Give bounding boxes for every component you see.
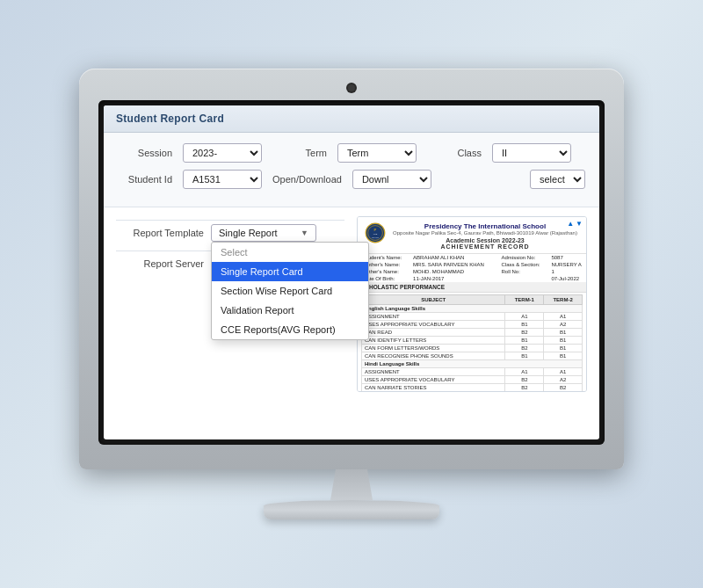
main-area: Report Template Single Report ▼ Select S… [104, 207, 599, 401]
session-label: Session [118, 148, 172, 158]
dropdown-item-section-wise[interactable]: Section Wise Report Card [212, 281, 368, 301]
t2-cell: B1 [544, 352, 583, 360]
table-row: CAN FORM LETTERS/WORDS B2 B1 [362, 345, 583, 352]
table-row: Mother's Name: MRS. SARA PARVEEN KHAN Cl… [361, 261, 587, 268]
divider-1 [116, 220, 344, 221]
zoom-in-icon[interactable]: ▲ [567, 220, 574, 228]
table-row: CAN NARRATE STORIES B2 B2 [362, 384, 583, 392]
t1-cell: B2 [505, 392, 544, 393]
t1-cell: B2 [505, 376, 544, 384]
table-row: USES APPROPRIATE VOCABULARY B1 A2 [362, 321, 583, 329]
table-row: ASSIGNMENT A1 A1 [362, 313, 583, 321]
t1-cell: B2 [505, 384, 544, 392]
date-label [500, 275, 550, 282]
subject-cell: CAN IDENTIFY LETTERS [362, 337, 505, 345]
table-row: USES APPROPRIATE VOCABULARY B2 A2 [362, 376, 583, 384]
subject-cell: ASSIGNMENT [362, 313, 505, 321]
report-table-english: SUBJECT TERM-1 TERM-2 English Language S… [361, 294, 583, 392]
open-download-label: Open/Download [272, 174, 342, 185]
dropdown-item-single-report-card[interactable]: Single Report Card [212, 262, 368, 281]
table-row: Hindi Language Skills [362, 360, 583, 368]
report-template-value: Single Report [219, 228, 278, 238]
report-preview: ▲ ▼ P THE INTL SCH [357, 216, 587, 392]
monitor-base [264, 500, 439, 519]
select-dropdown[interactable]: select [530, 170, 585, 189]
table-row: Date Of Birth: 11-JAN-2017 07-Jul-2022 [361, 275, 587, 282]
student-id-select[interactable]: A1531 [183, 170, 262, 189]
school-crest-icon: P THE INTL SCH [365, 222, 386, 243]
date-value: 07-Jul-2022 [549, 275, 587, 282]
term-select[interactable]: Term [337, 143, 417, 163]
dropdown-item-validation[interactable]: Validation Report [212, 301, 368, 320]
monitor-bezel: Student Report Card Session 2023- Term T… [79, 69, 624, 469]
t2-cell: A2 [544, 321, 583, 329]
t2-cell: A1 [544, 368, 583, 376]
t1-cell: B2 [505, 329, 544, 337]
t1-cell: B1 [505, 352, 544, 360]
app-title: Student Report Card [116, 113, 224, 125]
t1-cell: B1 [505, 321, 544, 329]
hindi-section-title: Hindi Language Skills [362, 360, 583, 368]
table-row: CAN IDENTIFY LETTERS B1 B1 [362, 337, 583, 345]
class-label: Class [427, 148, 482, 158]
table-row: Student's Name: ABRAHAM ALI KHAN Admissi… [361, 254, 587, 261]
student-id-label: Student Id [118, 174, 172, 185]
term-label: Term [272, 148, 327, 158]
admission-value: 5087 [549, 254, 587, 261]
t2-cell: A2 [544, 392, 583, 393]
class-select[interactable]: II [492, 143, 571, 163]
table-row: ASSIGNMENT A1 A1 [362, 368, 583, 376]
zoom-out-icon[interactable]: ▼ [576, 220, 583, 228]
t2-cell: A2 [544, 376, 583, 384]
report-template-trigger[interactable]: Single Report ▼ [211, 224, 316, 242]
camera-dot [348, 84, 355, 91]
school-name: Presidency The International School [391, 222, 579, 230]
table-row: CAN RECOGNISE PHONE SOUNDS B1 B1 [362, 352, 583, 360]
subject-cell: CAN IDENTIFY LETTERS [362, 392, 505, 393]
t1-cell: A1 [505, 368, 544, 376]
father-name-value: MOHD. MOHAMMAD [411, 268, 499, 275]
report-template-menu: Select Single Report Card Section Wise R… [211, 242, 369, 340]
t1-cell: B2 [505, 345, 544, 352]
dropdown-arrow-icon: ▼ [301, 229, 308, 237]
achievement-title: ACHIEVEMENT RECORD [391, 243, 579, 250]
form-row-1: Session 2023- Term Term Class II [118, 143, 585, 163]
subject-cell: CAN READ [362, 329, 505, 337]
t2-cell: B2 [544, 384, 583, 392]
svg-text:THE: THE [373, 233, 378, 236]
subject-col-header: SUBJECT [362, 295, 505, 305]
subject-cell: CAN RECOGNISE PHONE SOUNDS [362, 352, 505, 360]
session-line: Academic Session 2022-23 [391, 237, 579, 243]
open-download-select[interactable]: Downl [352, 170, 431, 189]
preview-controls: ▲ ▼ [567, 220, 583, 228]
monitor: Student Report Card Session 2023- Term T… [79, 69, 624, 519]
subject-cell: ASSIGNMENT [362, 368, 505, 376]
school-address: Opposite Nagar Palika Sec-4, Gaurav Path… [391, 230, 579, 236]
t2-cell: A1 [544, 313, 583, 321]
left-panel: Report Template Single Report ▼ Select S… [116, 216, 357, 392]
term2-col-header: TERM-2 [544, 295, 583, 305]
form-area: Session 2023- Term Term Class II [104, 133, 599, 207]
report-template-dropdown-container: Single Report ▼ Select Single Report Car… [211, 224, 316, 242]
table-row: Father's Name: MOHD. MOHAMMAD Roll No: 1 [361, 268, 587, 275]
report-server-label: Report Server [116, 258, 204, 269]
subject-cell: USES APPROPRIATE VOCABULARY [362, 321, 505, 329]
report-template-row: Report Template Single Report ▼ Select S… [116, 224, 344, 242]
screen-border: Student Report Card Session 2023- Term T… [98, 100, 605, 445]
table-header-row: SUBJECT TERM-1 TERM-2 [362, 295, 583, 305]
dob-value: 11-JAN-2017 [411, 275, 499, 282]
svg-text:P: P [374, 228, 377, 232]
t1-cell: A1 [505, 313, 544, 321]
school-info: Presidency The International School Oppo… [391, 222, 579, 250]
english-section-title: English Language Skills [362, 305, 583, 313]
student-name-value: ABRAHAM ALI KHAN [411, 254, 499, 261]
term1-col-header: TERM-1 [505, 295, 544, 305]
table-row: CAN READ B2 B1 [362, 329, 583, 337]
monitor-screen: Student Report Card Session 2023- Term T… [104, 105, 599, 439]
subject-cell: CAN NARRATE STORIES [362, 384, 505, 392]
dropdown-item-cce-reports[interactable]: CCE Reports(AVG Report) [212, 320, 368, 339]
form-row-2: Student Id A1531 Open/Download Downl sel… [118, 170, 585, 189]
report-header: P THE INTL SCH Presidency The Internatio… [358, 217, 586, 254]
dropdown-item-select[interactable]: Select [212, 243, 368, 262]
session-select[interactable]: 2023- [183, 143, 262, 163]
